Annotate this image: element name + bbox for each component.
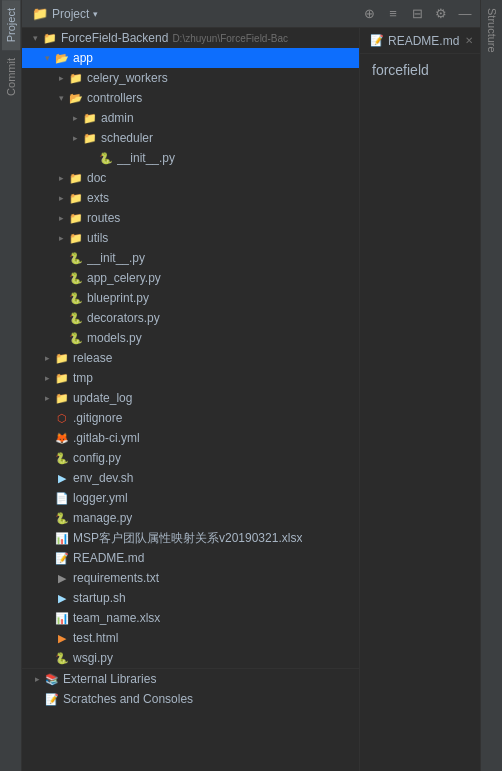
- toolbar-list-icon[interactable]: ≡: [382, 3, 404, 25]
- arrow-routes: [54, 211, 68, 225]
- file-icon-init-app: 🐍: [68, 250, 84, 266]
- folder-icon-routes: 📁: [68, 210, 84, 226]
- tree-item-doc[interactable]: 📁 doc: [22, 168, 359, 188]
- arrow-empty7: [40, 411, 54, 425]
- arrow-empty13: [40, 531, 54, 545]
- label-tmp: tmp: [73, 371, 93, 385]
- file-icon-test: ▶: [54, 630, 70, 646]
- tree-item-init-app[interactable]: 🐍 __init__.py: [22, 248, 359, 268]
- toolbar-list2-icon[interactable]: ⊟: [406, 3, 428, 25]
- tree-item-decorators[interactable]: 🐍 decorators.py: [22, 308, 359, 328]
- arrow-empty6: [54, 331, 68, 345]
- label-utils: utils: [87, 231, 108, 245]
- toolbar-globe-icon[interactable]: ⊕: [358, 3, 380, 25]
- label-startup: startup.sh: [73, 591, 126, 605]
- tree-item-team-name[interactable]: 📊 team_name.xlsx: [22, 608, 359, 628]
- label-app: app: [73, 51, 93, 65]
- folder-icon-doc: 📁: [68, 170, 84, 186]
- label-decorators: decorators.py: [87, 311, 160, 325]
- file-icon-logger: 📄: [54, 490, 70, 506]
- tree-item-startup[interactable]: ▶ startup.sh: [22, 588, 359, 608]
- label-logger: logger.yml: [73, 491, 128, 505]
- toolbar-minimize-icon[interactable]: —: [454, 3, 476, 25]
- folder-icon-forcefield-backend: 📁: [42, 30, 58, 46]
- label-msp: MSP客户团队属性映射关系v20190321.xlsx: [73, 530, 302, 547]
- folder-icon-utils: 📁: [68, 230, 84, 246]
- tree-item-models[interactable]: 🐍 models.py: [22, 328, 359, 348]
- tree-item-logger[interactable]: 📄 logger.yml: [22, 488, 359, 508]
- file-icon-blueprint: 🐍: [68, 290, 84, 306]
- project-selector[interactable]: 📁 Project ▾: [26, 4, 104, 23]
- bottom-item-scratches[interactable]: 📝 Scratches and Consoles: [22, 689, 359, 709]
- file-icon-gitignore: ⬡: [54, 410, 70, 426]
- label-env-dev: env_dev.sh: [73, 471, 134, 485]
- arrow-empty2: [54, 251, 68, 265]
- tree-item-scheduler[interactable]: 📁 scheduler: [22, 128, 359, 148]
- tree-item-utils[interactable]: 📁 utils: [22, 228, 359, 248]
- tree-item-readme[interactable]: 📝 README.md: [22, 548, 359, 568]
- tree-item-controllers[interactable]: 📂 controllers: [22, 88, 359, 108]
- label-wsgi: wsgi.py: [73, 651, 113, 665]
- sidebar-item-project[interactable]: Project: [2, 0, 20, 50]
- arrow-empty17: [40, 611, 54, 625]
- label-controllers: controllers: [87, 91, 142, 105]
- readme-panel: 📝 README.md ✕ forcefield: [360, 28, 480, 771]
- tab-readme-close[interactable]: ✕: [465, 35, 473, 46]
- file-icon-gitlab-ci: 🦊: [54, 430, 70, 446]
- arrow-update-log: [40, 391, 54, 405]
- folder-icon-tmp: 📁: [54, 370, 70, 386]
- tree-item-config[interactable]: 🐍 config.py: [22, 448, 359, 468]
- arrow-celery-workers: [54, 71, 68, 85]
- tab-readme-icon: 📝: [370, 34, 384, 47]
- bottom-item-external-libs[interactable]: 📚 External Libraries: [22, 669, 359, 689]
- tab-readme-label: README.md: [388, 34, 459, 48]
- label-scratches: Scratches and Consoles: [63, 692, 193, 706]
- tree-item-app[interactable]: 📂 app: [22, 48, 359, 68]
- arrow-scheduler: [68, 131, 82, 145]
- arrow-empty10: [40, 471, 54, 485]
- label-update-log: update_log: [73, 391, 132, 405]
- file-icon-readme: 📝: [54, 550, 70, 566]
- arrow-doc: [54, 171, 68, 185]
- tree-item-forcefield-backend[interactable]: 📁 ForceField-Backend D:\zhuyun\ForceFiel…: [22, 28, 359, 48]
- folder-icon-scheduler: 📁: [82, 130, 98, 146]
- file-tree-panel: 📁 ForceField-Backend D:\zhuyun\ForceFiel…: [22, 28, 360, 771]
- file-icon-requirements: ▶: [54, 570, 70, 586]
- tree-item-app-celery[interactable]: 🐍 app_celery.py: [22, 268, 359, 288]
- arrow-admin: [68, 111, 82, 125]
- label-blueprint: blueprint.py: [87, 291, 149, 305]
- file-icon-config: 🐍: [54, 450, 70, 466]
- tree-item-admin[interactable]: 📁 admin: [22, 108, 359, 128]
- folder-icon: 📁: [32, 6, 48, 21]
- arrow-empty5: [54, 311, 68, 325]
- tree-item-release[interactable]: 📁 release: [22, 348, 359, 368]
- tree-item-tmp[interactable]: 📁 tmp: [22, 368, 359, 388]
- tree-item-blueprint[interactable]: 🐍 blueprint.py: [22, 288, 359, 308]
- sidebar-item-structure[interactable]: Structure: [483, 0, 501, 61]
- tree-item-manage[interactable]: 🐍 manage.py: [22, 508, 359, 528]
- file-icon-models: 🐍: [68, 330, 84, 346]
- tree-item-env-dev[interactable]: ▶ env_dev.sh: [22, 468, 359, 488]
- tree-item-gitlab-ci[interactable]: 🦊 .gitlab-ci.yml: [22, 428, 359, 448]
- tree-item-celery-workers[interactable]: 📁 celery_workers: [22, 68, 359, 88]
- tree-item-update-log[interactable]: 📁 update_log: [22, 388, 359, 408]
- tree-item-test[interactable]: ▶ test.html: [22, 628, 359, 648]
- tab-readme-md[interactable]: 📝 README.md ✕: [360, 28, 480, 53]
- tree-item-msp[interactable]: 📊 MSP客户团队属性映射关系v20190321.xlsx: [22, 528, 359, 548]
- arrow-utils: [54, 231, 68, 245]
- arrow-empty: [84, 151, 98, 165]
- arrow-empty16: [40, 591, 54, 605]
- label-routes: routes: [87, 211, 120, 225]
- tree-item-init-controllers[interactable]: 🐍 __init__.py: [22, 148, 359, 168]
- sidebar-item-commit[interactable]: Commit: [2, 50, 20, 104]
- toolbar-settings-icon[interactable]: ⚙: [430, 3, 452, 25]
- label-manage: manage.py: [73, 511, 132, 525]
- tree-item-routes[interactable]: 📁 routes: [22, 208, 359, 228]
- tree-item-requirements[interactable]: ▶ requirements.txt: [22, 568, 359, 588]
- tree-item-wsgi[interactable]: 🐍 wsgi.py: [22, 648, 359, 668]
- label-init-app: __init__.py: [87, 251, 145, 265]
- file-icon-decorators: 🐍: [68, 310, 84, 326]
- label-admin: admin: [101, 111, 134, 125]
- tree-item-gitignore[interactable]: ⬡ .gitignore: [22, 408, 359, 428]
- tree-item-exts[interactable]: 📁 exts: [22, 188, 359, 208]
